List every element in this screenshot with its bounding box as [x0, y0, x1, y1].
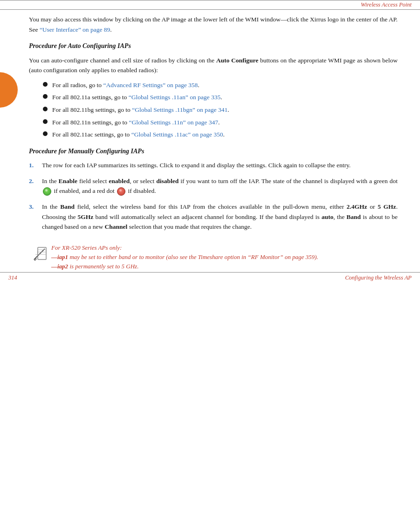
- step-number-2: 2.: [29, 176, 42, 186]
- intro-text2: .: [110, 26, 111, 33]
- step-content-3: In the Band field, select the wireless b…: [42, 202, 398, 232]
- svg-line-3: [35, 259, 36, 260]
- header-title: Wireless Access Point: [361, 1, 412, 8]
- bullet-text: For all 802.11a settings, go to “Global …: [52, 92, 222, 102]
- section1-heading: Procedure for Auto Configuring IAPs: [29, 41, 398, 51]
- bullet-text: For all radios, go to “Advanced RF Setti…: [52, 80, 200, 90]
- step-content-2: In the Enable field select enabled, or s…: [42, 176, 398, 196]
- note-text: For XR-520 Series APs only: —iap1 may be…: [51, 243, 398, 271]
- bullet-dot: [43, 82, 48, 87]
- section2-heading: Procedure for Manually Configuring IAPs: [29, 146, 398, 157]
- step-number-3: 3.: [29, 202, 42, 212]
- note-iap1-bold: —iap1: [51, 253, 68, 260]
- page-footer: 314 Configuring the Wireless AP: [0, 273, 420, 283]
- svg-line-4: [35, 258, 36, 259]
- main-content: You may also access this window by click…: [0, 10, 420, 283]
- bullet-link-4[interactable]: “Global Settings .11ac” on page 350: [131, 131, 223, 138]
- list-item: For all 802.11a settings, go to “Global …: [43, 92, 398, 102]
- bullet-link-0[interactable]: “Advanced RF Settings” on page 358: [103, 82, 198, 89]
- list-item: For all radios, go to “Advanced RF Setti…: [43, 80, 398, 90]
- list-item: 2. In the Enable field select enabled, o…: [29, 176, 398, 196]
- step-number-1: 1.: [29, 160, 42, 171]
- note-iap1-rest: may be set to either band or to monitor …: [68, 253, 318, 260]
- s1-text1: You can auto-configure channel and cell …: [29, 57, 216, 64]
- svg-line-0: [35, 249, 45, 258]
- bullet-text: For all 802.11n settings, go to “Global …: [52, 117, 220, 128]
- bullet-link-1[interactable]: “Global Settings .11an” on page 335: [129, 94, 220, 101]
- list-item: For all 802.11n settings, go to “Global …: [43, 117, 398, 128]
- pencil-note-icon: [32, 245, 48, 262]
- footer-section-title: Configuring the Wireless AP: [345, 274, 412, 281]
- s1-bold1: Auto Configure: [216, 57, 258, 64]
- green-dot-icon: [43, 187, 51, 196]
- list-item: For all 802.11ac settings, go to “Global…: [43, 130, 398, 140]
- numbered-list: 1. The row for each IAP summarizes its s…: [29, 160, 398, 232]
- section1-paragraph: You can auto-configure channel and cell …: [29, 55, 398, 75]
- note-iap2-rest: is permanently set to 5 GHz.: [68, 263, 138, 270]
- bullet-dot: [43, 107, 48, 111]
- bullet-text: For all 802.11ac settings, go to “Global…: [52, 130, 225, 140]
- intro-paragraph: You may also access this window by click…: [29, 14, 398, 34]
- note-box: For XR-520 Series APs only: —iap1 may be…: [29, 240, 398, 274]
- bullet-link-3[interactable]: “Global Settings .11n” on page 347: [129, 119, 218, 126]
- footer-page-number: 314: [8, 274, 17, 281]
- svg-line-2: [34, 260, 35, 260]
- bullet-list: For all radios, go to “Advanced RF Setti…: [43, 80, 398, 140]
- note-iap2-bold: —iap2: [51, 263, 68, 270]
- bullet-link-2[interactable]: “Global Settings .11bgn” on page 341: [132, 106, 227, 113]
- list-item: 1. The row for each IAP summarizes its s…: [29, 160, 398, 171]
- bullet-text: For all 802.11bg settings, go to “Global…: [52, 105, 229, 115]
- list-item: For all 802.11bg settings, go to “Global…: [43, 105, 398, 115]
- intro-link[interactable]: “User Interface” on page 89: [40, 26, 110, 33]
- note-label: For XR-520 Series APs only:: [51, 244, 122, 251]
- bullet-dot: [43, 131, 48, 136]
- red-dot-icon: [117, 187, 125, 196]
- bullet-dot: [43, 119, 48, 124]
- step-content-1: The row for each IAP summarizes its sett…: [42, 160, 398, 171]
- bullet-dot: [43, 94, 48, 99]
- list-item: 3. In the Band field, select the wireles…: [29, 202, 398, 232]
- note-icon: [29, 243, 51, 262]
- page-header: Wireless Access Point: [0, 0, 420, 9]
